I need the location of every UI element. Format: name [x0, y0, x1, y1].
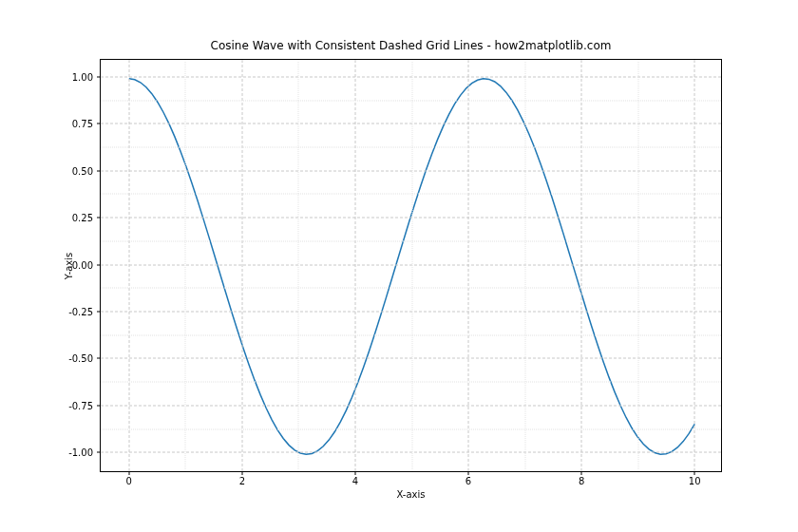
grid-line-vertical — [354, 60, 355, 471]
x-tick-label: 6 — [466, 476, 471, 486]
x-axis-label: X-axis — [101, 489, 721, 500]
y-tick-label: -0.75 — [68, 400, 93, 410]
y-tick-mark — [97, 218, 101, 218]
y-tick-mark — [97, 311, 101, 312]
grid-line-vertical — [128, 60, 129, 471]
axes: Cosine Wave with Consistent Dashed Grid … — [100, 59, 722, 472]
grid-line-horizontal-minor — [101, 100, 721, 101]
y-tick-mark — [97, 452, 101, 453]
y-tick-label: -0.50 — [68, 353, 93, 364]
y-tick-mark — [97, 358, 101, 359]
grid-line-vertical — [468, 60, 469, 471]
y-tick-mark — [97, 124, 101, 124]
y-tick-mark — [97, 405, 101, 406]
x-tick-label: 4 — [352, 476, 358, 486]
x-tick-label: 10 — [689, 476, 701, 486]
grid-line-horizontal-minor — [101, 146, 721, 147]
y-tick-label: 1.00 — [72, 71, 93, 82]
x-tick-label: 2 — [239, 476, 245, 486]
grid-line-horizontal-minor — [101, 288, 721, 289]
grid-line-vertical — [694, 60, 695, 471]
x-tick-mark — [354, 471, 355, 475]
y-tick-mark — [97, 170, 101, 171]
grid-line-vertical-minor — [524, 60, 525, 471]
grid-line-vertical — [241, 60, 242, 471]
grid-line-horizontal-minor — [101, 334, 721, 335]
x-tick-label: 0 — [126, 476, 132, 486]
x-tick-label: 8 — [579, 476, 584, 486]
y-tick-label: 0.75 — [72, 119, 93, 129]
y-tick-label: 0.50 — [72, 165, 93, 176]
grid-line-vertical-minor — [411, 60, 412, 471]
x-tick-mark — [694, 471, 695, 475]
x-tick-mark — [468, 471, 469, 475]
y-tick-mark — [97, 264, 101, 265]
x-tick-mark — [581, 471, 582, 475]
grid-line-horizontal-minor — [101, 194, 721, 195]
y-tick-label: -1.00 — [68, 447, 93, 458]
x-tick-mark — [241, 471, 242, 475]
grid-line-horizontal-minor — [101, 382, 721, 383]
y-tick-mark — [97, 76, 101, 77]
grid-line-horizontal-minor — [101, 428, 721, 429]
grid-line-vertical-minor — [298, 60, 299, 471]
chart-title: Cosine Wave with Consistent Dashed Grid … — [101, 39, 721, 52]
figure: Cosine Wave with Consistent Dashed Grid … — [0, 0, 798, 532]
grid-line-vertical-minor — [185, 60, 186, 471]
y-tick-label: 0.25 — [72, 213, 93, 223]
grid-line-vertical-minor — [637, 60, 638, 471]
x-tick-mark — [128, 471, 129, 475]
y-tick-label: -0.25 — [68, 306, 93, 316]
y-tick-label: 0.00 — [72, 259, 93, 270]
grid-line-horizontal-minor — [101, 240, 721, 241]
grid-line-vertical — [581, 60, 582, 471]
